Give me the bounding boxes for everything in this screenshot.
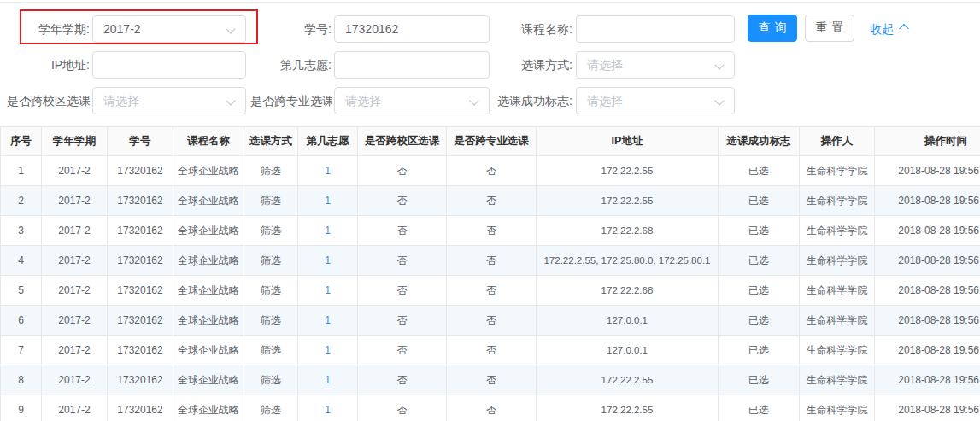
table-cell: 1 — [298, 395, 358, 421]
col-header-choice-no: 第几志愿 — [298, 127, 358, 156]
table-cell: 全球企业战略 — [173, 246, 244, 276]
table-row: 52017-217320162全球企业战略筛选1否否172.22.2.68已选生… — [1, 276, 980, 306]
cross-major-select[interactable]: 请选择 — [334, 87, 490, 114]
table-row: 42017-217320162全球企业战略筛选1否否172.22.2.55, 1… — [1, 246, 980, 276]
table-cell: 已选 — [719, 216, 800, 246]
success-flag-select-placeholder: 请选择 — [587, 94, 623, 108]
table-cell: 2017-2 — [42, 216, 108, 246]
table-cell: 1 — [298, 306, 358, 336]
table-cell: 否 — [447, 186, 537, 216]
table-cell: 否 — [358, 276, 447, 306]
table-cell: 2 — [1, 186, 42, 216]
table-cell: 生命科学学院 — [800, 365, 875, 395]
table-cell: 全球企业战略 — [173, 216, 244, 246]
student-id-input[interactable] — [334, 15, 490, 43]
chevron-down-icon — [714, 60, 724, 69]
table-cell: 全球企业战略 — [173, 336, 244, 365]
table-cell: 生命科学学院 — [800, 395, 875, 421]
cross-campus-select-placeholder: 请选择 — [103, 94, 139, 108]
table-cell: 筛选 — [244, 246, 298, 276]
ip-label: IP地址: — [0, 51, 90, 79]
table-cell: 17320162 — [108, 156, 173, 186]
col-header-op-time: 操作时间 — [875, 127, 980, 156]
table-cell: 6 — [1, 306, 42, 336]
table-cell: 2018-08-28 19:56:27 — [875, 336, 980, 365]
table-cell: 2017-2 — [42, 336, 108, 365]
term-label: 学年学期: — [0, 15, 90, 43]
table-row: 72017-217320162全球企业战略筛选1否否127.0.0.1已选生命科… — [1, 336, 980, 365]
reset-button[interactable]: 重置 — [805, 15, 854, 42]
table-cell: 17320162 — [108, 306, 173, 336]
col-header-index: 序号 — [1, 127, 42, 156]
ip-input[interactable] — [92, 51, 246, 79]
cross-major-select-placeholder: 请选择 — [345, 94, 381, 108]
table-cell: 17320162 — [108, 216, 173, 246]
table-cell: 1 — [298, 186, 358, 216]
table-cell: 1 — [298, 276, 358, 306]
table-cell: 172.22.2.55 — [537, 395, 719, 421]
col-header-student-id: 学号 — [108, 127, 173, 156]
table-cell: 已选 — [719, 276, 800, 306]
table-cell: 1 — [298, 156, 358, 186]
collapse-link[interactable]: 收起 — [870, 20, 907, 38]
table-cell: 筛选 — [244, 216, 298, 246]
table-cell: 全球企业战略 — [173, 186, 244, 216]
table-cell: 生命科学学院 — [800, 186, 875, 216]
table-cell: 否 — [447, 156, 537, 186]
table-cell: 2018-08-28 19:56:27 — [875, 395, 980, 421]
method-select[interactable]: 请选择 — [576, 51, 735, 79]
table-cell: 1 — [298, 365, 358, 395]
table-cell: 2017-2 — [42, 365, 108, 395]
table-cell: 筛选 — [244, 276, 298, 306]
table-cell: 2018-08-28 19:56:27 — [875, 186, 980, 216]
collapse-link-label: 收起 — [870, 22, 894, 36]
col-header-ip: IP地址 — [537, 127, 719, 156]
table-cell: 筛选 — [244, 365, 298, 395]
table-cell: 生命科学学院 — [800, 276, 875, 306]
table-cell: 2017-2 — [42, 276, 108, 306]
table-cell: 否 — [358, 246, 447, 276]
col-header-term: 学年学期 — [42, 127, 108, 156]
table-cell: 否 — [358, 336, 447, 365]
table-cell: 1 — [1, 156, 42, 186]
table-row: 22017-217320162全球企业战略筛选1否否172.22.2.55已选生… — [1, 186, 980, 216]
search-button[interactable]: 查询 — [748, 15, 797, 42]
table-cell: 已选 — [719, 186, 800, 216]
table-cell: 7 — [1, 336, 42, 365]
table-cell: 生命科学学院 — [800, 246, 875, 276]
table-cell: 5 — [1, 276, 42, 306]
table-cell: 否 — [447, 246, 537, 276]
col-header-cross-campus: 是否跨校区选课 — [358, 127, 447, 156]
term-select[interactable]: 2017-2 — [92, 15, 246, 43]
table-cell: 已选 — [719, 246, 800, 276]
table-cell: 已选 — [719, 156, 800, 186]
table-cell: 1 — [298, 336, 358, 365]
table-cell: 3 — [1, 216, 42, 246]
chevron-down-icon — [714, 96, 724, 105]
table-cell: 否 — [358, 186, 447, 216]
success-flag-select[interactable]: 请选择 — [576, 87, 735, 114]
table-cell: 1 — [298, 246, 358, 276]
table-cell: 17320162 — [108, 246, 173, 276]
choice-no-input[interactable] — [334, 51, 490, 79]
table-cell: 否 — [358, 156, 447, 186]
table-cell: 全球企业战略 — [173, 365, 244, 395]
table-cell: 127.0.0.1 — [537, 306, 719, 336]
course-name-input[interactable] — [576, 15, 735, 43]
chevron-down-icon — [226, 96, 235, 105]
chevron-down-icon — [226, 24, 235, 33]
table-cell: 全球企业战略 — [173, 395, 244, 421]
table-cell: 全球企业战略 — [173, 156, 244, 186]
table-cell: 2018-08-28 19:56:27 — [875, 246, 980, 276]
table-cell: 9 — [1, 395, 42, 421]
table-cell: 2017-2 — [42, 156, 108, 186]
table-cell: 生命科学学院 — [800, 336, 875, 365]
table-row: 12017-217320162全球企业战略筛选1否否172.22.2.55已选生… — [1, 156, 980, 186]
table-cell: 2017-2 — [42, 306, 108, 336]
table-cell: 172.22.2.55, 172.25.80.0, 172.25.80.1 — [537, 246, 719, 276]
cross-campus-select[interactable]: 请选择 — [92, 87, 246, 114]
table-cell: 否 — [447, 276, 537, 306]
cross-major-label: 是否跨专业选课: — [250, 87, 332, 114]
col-header-method: 选课方式 — [244, 127, 298, 156]
table-cell: 否 — [447, 336, 537, 365]
